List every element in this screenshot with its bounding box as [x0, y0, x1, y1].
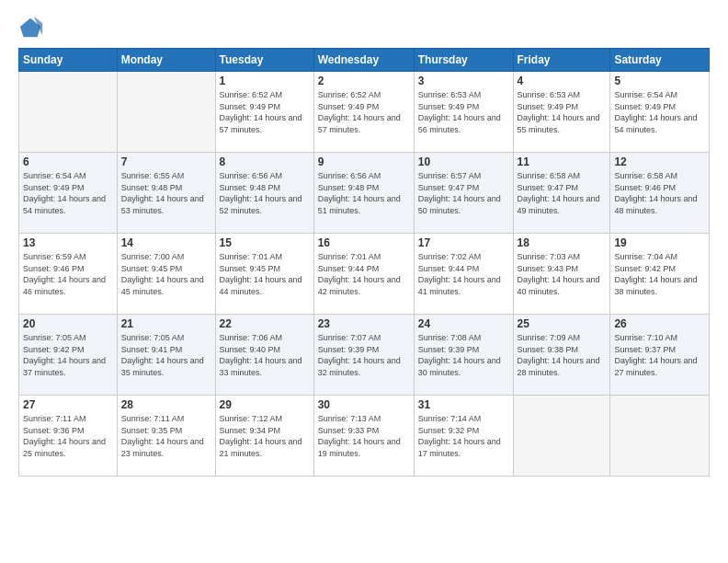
day-info: Sunrise: 7:14 AM Sunset: 9:32 PM Dayligh…	[418, 413, 509, 459]
day-cell: 7Sunrise: 6:55 AM Sunset: 9:48 PM Daylig…	[117, 153, 215, 234]
day-number: 18	[518, 236, 607, 249]
day-info: Sunrise: 6:58 AM Sunset: 9:46 PM Dayligh…	[614, 170, 705, 216]
day-cell: 9Sunrise: 6:56 AM Sunset: 9:48 PM Daylig…	[313, 153, 414, 234]
day-info: Sunrise: 7:11 AM Sunset: 9:36 PM Dayligh…	[23, 413, 113, 459]
day-info: Sunrise: 6:54 AM Sunset: 9:49 PM Dayligh…	[23, 170, 113, 216]
day-info: Sunrise: 7:05 AM Sunset: 9:41 PM Dayligh…	[121, 332, 211, 378]
weekday-header-tuesday: Tuesday	[215, 49, 313, 72]
week-row-4: 20Sunrise: 7:05 AM Sunset: 9:42 PM Dayli…	[19, 315, 710, 396]
day-cell	[117, 72, 215, 153]
day-cell: 22Sunrise: 7:06 AM Sunset: 9:40 PM Dayli…	[215, 315, 313, 396]
day-info: Sunrise: 7:10 AM Sunset: 9:37 PM Dayligh…	[614, 332, 705, 378]
logo-icon	[18, 15, 44, 40]
day-cell: 4Sunrise: 6:53 AM Sunset: 9:49 PM Daylig…	[513, 72, 610, 153]
day-cell: 8Sunrise: 6:56 AM Sunset: 9:48 PM Daylig…	[215, 153, 313, 234]
day-cell: 28Sunrise: 7:11 AM Sunset: 9:35 PM Dayli…	[117, 396, 215, 477]
day-info: Sunrise: 6:52 AM Sunset: 9:49 PM Dayligh…	[220, 89, 310, 135]
day-info: Sunrise: 6:55 AM Sunset: 9:48 PM Dayligh…	[121, 170, 211, 216]
header	[18, 15, 710, 40]
day-cell: 24Sunrise: 7:08 AM Sunset: 9:39 PM Dayli…	[414, 315, 513, 396]
week-row-5: 27Sunrise: 7:11 AM Sunset: 9:36 PM Dayli…	[19, 396, 710, 477]
weekday-header-sunday: Sunday	[19, 49, 118, 72]
day-number: 3	[418, 75, 509, 87]
day-info: Sunrise: 6:53 AM Sunset: 9:49 PM Dayligh…	[418, 89, 509, 135]
day-number: 13	[23, 236, 113, 249]
day-info: Sunrise: 7:03 AM Sunset: 9:43 PM Dayligh…	[518, 251, 607, 297]
day-number: 9	[318, 155, 410, 168]
day-number: 31	[418, 398, 509, 411]
day-cell: 27Sunrise: 7:11 AM Sunset: 9:36 PM Dayli…	[19, 396, 118, 477]
day-number: 23	[318, 317, 410, 330]
day-cell: 30Sunrise: 7:13 AM Sunset: 9:33 PM Dayli…	[313, 396, 414, 477]
day-number: 22	[220, 317, 310, 330]
day-info: Sunrise: 7:13 AM Sunset: 9:33 PM Dayligh…	[318, 413, 410, 459]
day-cell: 26Sunrise: 7:10 AM Sunset: 9:37 PM Dayli…	[610, 315, 710, 396]
weekday-header-wednesday: Wednesday	[313, 49, 414, 72]
day-cell: 18Sunrise: 7:03 AM Sunset: 9:43 PM Dayli…	[513, 234, 610, 315]
day-cell	[513, 396, 610, 477]
day-cell: 16Sunrise: 7:01 AM Sunset: 9:44 PM Dayli…	[313, 234, 414, 315]
day-number: 26	[614, 317, 705, 330]
page: SundayMondayTuesdayWednesdayThursdayFrid…	[0, 0, 728, 563]
day-cell: 11Sunrise: 6:58 AM Sunset: 9:47 PM Dayli…	[513, 153, 610, 234]
day-number: 16	[318, 236, 410, 249]
day-info: Sunrise: 7:09 AM Sunset: 9:38 PM Dayligh…	[518, 332, 607, 378]
weekday-header-friday: Friday	[513, 49, 610, 72]
week-row-3: 13Sunrise: 6:59 AM Sunset: 9:46 PM Dayli…	[19, 234, 710, 315]
day-number: 24	[418, 317, 509, 330]
day-info: Sunrise: 7:04 AM Sunset: 9:42 PM Dayligh…	[614, 251, 705, 297]
week-row-1: 1Sunrise: 6:52 AM Sunset: 9:49 PM Daylig…	[19, 72, 710, 153]
day-cell: 17Sunrise: 7:02 AM Sunset: 9:44 PM Dayli…	[414, 234, 513, 315]
day-info: Sunrise: 6:56 AM Sunset: 9:48 PM Dayligh…	[318, 170, 410, 216]
logo	[18, 15, 48, 40]
day-cell	[19, 72, 118, 153]
day-number: 12	[614, 155, 705, 168]
day-info: Sunrise: 7:05 AM Sunset: 9:42 PM Dayligh…	[23, 332, 113, 378]
day-info: Sunrise: 6:54 AM Sunset: 9:49 PM Dayligh…	[614, 89, 705, 135]
day-info: Sunrise: 7:01 AM Sunset: 9:44 PM Dayligh…	[318, 251, 410, 297]
day-cell: 5Sunrise: 6:54 AM Sunset: 9:49 PM Daylig…	[610, 72, 710, 153]
day-info: Sunrise: 6:56 AM Sunset: 9:48 PM Dayligh…	[220, 170, 310, 216]
day-info: Sunrise: 6:53 AM Sunset: 9:49 PM Dayligh…	[518, 89, 607, 135]
day-number: 11	[518, 155, 607, 168]
day-cell: 14Sunrise: 7:00 AM Sunset: 9:45 PM Dayli…	[117, 234, 215, 315]
day-cell	[610, 396, 710, 477]
day-number: 28	[121, 398, 211, 411]
day-number: 15	[220, 236, 310, 249]
day-info: Sunrise: 7:08 AM Sunset: 9:39 PM Dayligh…	[418, 332, 509, 378]
day-number: 1	[220, 75, 310, 87]
day-cell: 29Sunrise: 7:12 AM Sunset: 9:34 PM Dayli…	[215, 396, 313, 477]
day-info: Sunrise: 6:59 AM Sunset: 9:46 PM Dayligh…	[23, 251, 113, 297]
day-number: 29	[220, 398, 310, 411]
weekday-header-thursday: Thursday	[414, 49, 513, 72]
day-number: 19	[614, 236, 705, 249]
day-info: Sunrise: 7:06 AM Sunset: 9:40 PM Dayligh…	[220, 332, 310, 378]
day-number: 7	[121, 155, 211, 168]
day-info: Sunrise: 7:00 AM Sunset: 9:45 PM Dayligh…	[121, 251, 211, 297]
day-cell: 20Sunrise: 7:05 AM Sunset: 9:42 PM Dayli…	[19, 315, 118, 396]
day-info: Sunrise: 7:12 AM Sunset: 9:34 PM Dayligh…	[220, 413, 310, 459]
day-cell: 19Sunrise: 7:04 AM Sunset: 9:42 PM Dayli…	[610, 234, 710, 315]
day-number: 4	[518, 75, 607, 87]
weekday-header-saturday: Saturday	[610, 49, 710, 72]
day-cell: 1Sunrise: 6:52 AM Sunset: 9:49 PM Daylig…	[215, 72, 313, 153]
day-cell: 23Sunrise: 7:07 AM Sunset: 9:39 PM Dayli…	[313, 315, 414, 396]
day-number: 17	[418, 236, 509, 249]
calendar: SundayMondayTuesdayWednesdayThursdayFrid…	[18, 48, 710, 477]
week-row-2: 6Sunrise: 6:54 AM Sunset: 9:49 PM Daylig…	[19, 153, 710, 234]
day-number: 30	[318, 398, 410, 411]
day-number: 21	[121, 317, 211, 330]
day-cell: 2Sunrise: 6:52 AM Sunset: 9:49 PM Daylig…	[313, 72, 414, 153]
day-number: 14	[121, 236, 211, 249]
weekday-header-monday: Monday	[117, 49, 215, 72]
day-info: Sunrise: 7:01 AM Sunset: 9:45 PM Dayligh…	[220, 251, 310, 297]
day-number: 8	[220, 155, 310, 168]
weekday-header-row: SundayMondayTuesdayWednesdayThursdayFrid…	[19, 49, 710, 72]
day-cell: 10Sunrise: 6:57 AM Sunset: 9:47 PM Dayli…	[414, 153, 513, 234]
day-cell: 3Sunrise: 6:53 AM Sunset: 9:49 PM Daylig…	[414, 72, 513, 153]
day-cell: 15Sunrise: 7:01 AM Sunset: 9:45 PM Dayli…	[215, 234, 313, 315]
day-number: 27	[23, 398, 113, 411]
day-cell: 13Sunrise: 6:59 AM Sunset: 9:46 PM Dayli…	[19, 234, 118, 315]
day-cell: 6Sunrise: 6:54 AM Sunset: 9:49 PM Daylig…	[19, 153, 118, 234]
day-number: 10	[418, 155, 509, 168]
